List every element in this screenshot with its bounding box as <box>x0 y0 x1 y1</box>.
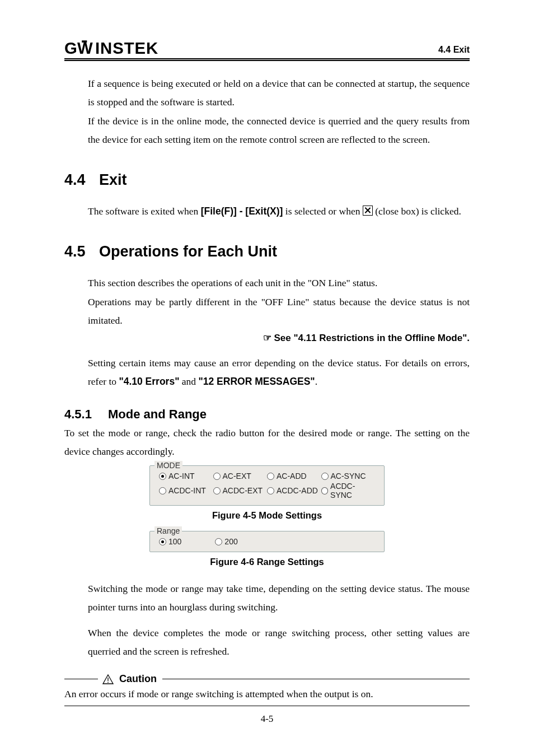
see-reference: ☞See "4.11 Restrictions in the Offline M… <box>64 332 470 344</box>
exit-post: (close box) is clicked. <box>373 206 461 217</box>
mode-range-body: To set the mode or range, check the radi… <box>64 424 470 461</box>
heading-4-5-num: 4.5 <box>64 243 99 260</box>
post-fig-block: Switching the mode or range may take tim… <box>88 580 470 661</box>
svg-point-6 <box>107 682 109 683</box>
svg-text:G: G <box>64 39 78 57</box>
caution-rule-right <box>162 679 470 679</box>
ops-p3: Setting certain items may cause an error… <box>88 354 470 391</box>
heading-4-5-title: Operations for Each Unit <box>99 243 277 260</box>
page-number: 4-5 <box>0 713 534 725</box>
caution-triangle-icon <box>102 674 114 684</box>
heading-4-5-1: 4.5.1Mode and Range <box>64 407 470 422</box>
radio-dot-icon <box>321 473 329 480</box>
radio-dot-icon <box>159 473 166 480</box>
heading-4-4-num: 4.4 <box>64 171 99 189</box>
intro-p1: If a sequence is being executed or held … <box>88 74 470 112</box>
radio-dot-icon <box>267 487 274 494</box>
see-reference-text: See "4.11 Restrictions in the Offline Mo… <box>274 333 470 343</box>
mode-row-2: ACDC-INT ACDC-EXT ACDC-ADD ACDC-SYNC <box>159 482 375 500</box>
radio-range-200[interactable]: 200 <box>215 537 237 546</box>
caution-header: Caution <box>64 673 470 685</box>
brand-logo: G W INSTEK <box>64 39 188 57</box>
exit-body: The software is exited when [File(F)] - … <box>88 202 470 221</box>
intro-p2: If the device is in the online mode, the… <box>88 112 470 150</box>
svg-text:INSTEK: INSTEK <box>95 39 158 57</box>
radio-acdc-int[interactable]: ACDC-INT <box>159 482 213 500</box>
pointing-hand-icon: ☞ <box>263 332 271 344</box>
caution-label: Caution <box>119 673 157 685</box>
radio-acdc-ext[interactable]: ACDC-EXT <box>213 482 268 500</box>
heading-4-5-1-num: 4.5.1 <box>64 407 108 422</box>
mode-panel: MODE AC-INT AC-EXT AC-ADD AC-SYNC ACDC-I… <box>149 465 385 506</box>
radio-dot-icon <box>159 538 166 545</box>
radio-ac-int[interactable]: AC-INT <box>159 472 213 480</box>
radio-dot-icon <box>159 487 166 494</box>
exit-mid: is selected or when <box>283 206 362 217</box>
svg-rect-2 <box>82 40 87 43</box>
radio-dot-icon <box>215 538 222 545</box>
heading-4-5-1-title: Mode and Range <box>108 407 207 421</box>
radio-ac-add[interactable]: AC-ADD <box>267 472 321 480</box>
figure-4-6-caption: Figure 4-6 Range Settings <box>64 557 470 567</box>
post-fig-p1: Switching the mode or range may take tim… <box>88 580 470 617</box>
post-fig-p2: When the device completes the mode or ra… <box>88 624 470 661</box>
exit-menu-path: [File(F)] - [Exit(X)] <box>201 206 283 217</box>
heading-4-5: 4.5Operations for Each Unit <box>64 243 470 260</box>
intro-block: If a sequence is being executed or held … <box>88 74 470 149</box>
ops-p1: This section describes the operations of… <box>88 274 470 292</box>
range-panel: Range 100 200 <box>149 531 385 552</box>
close-box-icon <box>363 206 373 216</box>
exit-pre: The software is exited when <box>88 206 201 217</box>
heading-4-4: 4.4Exit <box>64 171 470 189</box>
radio-dot-icon <box>267 473 274 480</box>
mode-range-p1: To set the mode or range, check the radi… <box>64 424 470 461</box>
radio-acdc-add[interactable]: ACDC-ADD <box>267 482 321 500</box>
caution-text: An error occurs if mode or range switchi… <box>64 688 470 706</box>
page-header: G W INSTEK 4.4 Exit <box>64 39 470 61</box>
caution-rule-left <box>64 679 98 679</box>
radio-acdc-sync[interactable]: ACDC-SYNC <box>321 482 376 500</box>
range-row: 100 200 <box>159 537 375 546</box>
radio-range-100[interactable]: 100 <box>159 537 181 546</box>
heading-4-4-title: Exit <box>99 171 127 188</box>
radio-dot-icon <box>213 473 221 480</box>
mode-panel-legend: MODE <box>154 461 182 470</box>
header-section-label: 4.4 Exit <box>438 45 470 57</box>
radio-ac-sync[interactable]: AC-SYNC <box>321 472 376 480</box>
range-panel-legend: Range <box>154 526 182 535</box>
mode-row-1: AC-INT AC-EXT AC-ADD AC-SYNC <box>159 472 375 480</box>
radio-dot-icon <box>213 487 221 494</box>
ops-p2: Operations may be partly different in th… <box>88 293 470 330</box>
ops-block: This section describes the operations of… <box>88 274 470 330</box>
figure-4-5-caption: Figure 4-5 Mode Settings <box>64 510 470 521</box>
radio-dot-icon <box>321 487 329 494</box>
radio-ac-ext[interactable]: AC-EXT <box>213 472 268 480</box>
